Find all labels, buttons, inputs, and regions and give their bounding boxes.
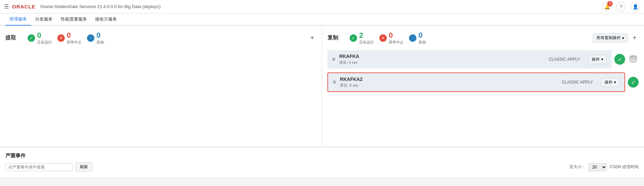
rkafka2-type: CLASSIC APPLY: [562, 80, 593, 85]
extract-error-label: 异常中止: [67, 40, 82, 45]
replication-error-label: 异常中止: [389, 40, 404, 45]
extract-status-error: ✕ 0 异常中止: [57, 31, 82, 45]
top-bar-left: ☰ ORACLE Oracle GoldenGate Services 21.4…: [4, 3, 160, 10]
replication-other-label: 其他: [418, 40, 426, 45]
oracle-logo: ORACLE: [12, 4, 35, 9]
rkafka-card: ≡ RKAFKA 滞后: 4 sec CLASSIC APPLY 操作 ▾: [327, 50, 612, 68]
extract-running-icon: ✓: [28, 34, 35, 42]
rkafka-name: RKAFKA: [339, 54, 541, 59]
events-title: 严重事件: [5, 153, 639, 159]
extract-error-count: 0: [67, 31, 82, 40]
extract-other-count: 0: [96, 31, 104, 40]
notification-badge: 3: [607, 1, 613, 6]
rkafka-operations-label: 操作: [592, 57, 600, 62]
replication-error-icon: ✕: [379, 34, 387, 42]
all-operations-button[interactable]: 所有复制操作 ▾: [593, 33, 628, 42]
rkafka2-operations-button[interactable]: 操作 ▾: [601, 78, 620, 87]
nav-item-manage[interactable]: 管理服务: [5, 13, 31, 26]
rkafka2-name: RKAFKA2: [340, 76, 554, 82]
replication-status-other: ··· 0 其他: [409, 31, 426, 45]
replication-header: 复制 ✓ 2 正在运行 ✕ 0 异常中止: [327, 31, 639, 45]
replication-error-cross: ✕: [381, 36, 385, 40]
rkafka2-subtitle: 滞后: 0 sec: [340, 83, 554, 88]
rkafka-menu-icon[interactable]: ≡: [332, 56, 335, 62]
extract-error-icon: ✕: [57, 34, 65, 42]
rkafka-status-check: ✓: [618, 56, 622, 63]
extract-add-button[interactable]: +: [308, 34, 316, 42]
hamburger-icon[interactable]: ☰: [4, 3, 9, 10]
extract-other-label: 其他: [96, 40, 104, 45]
bell-icon[interactable]: 🔔 3: [602, 2, 612, 11]
extract-status-other: ··· 0 其他: [87, 31, 104, 45]
extract-running-check: ✓: [30, 36, 33, 40]
extract-section: 提取 ✓ 0 正在运行 ✕ 0 异常中止: [0, 26, 322, 147]
refresh-button[interactable]: 刷新: [76, 162, 92, 172]
extract-title: 提取: [5, 34, 22, 41]
rkafka-operations-chevron: ▾: [601, 57, 603, 62]
events-controls: 刷新 页大小： 20 50 100 CSDN @货时间: [5, 162, 639, 172]
replication-running-count: 2: [359, 31, 374, 40]
replication-controls: 所有复制操作 ▾ +: [593, 33, 639, 42]
replication-running-icon: ✓: [350, 34, 357, 42]
nav-item-performance[interactable]: 性能度量服务: [57, 13, 91, 26]
all-operations-label: 所有复制操作: [596, 35, 621, 41]
rkafka-subtitle: 滞后: 4 sec: [339, 60, 541, 65]
sections-row: 提取 ✓ 0 正在运行 ✕ 0 异常中止: [0, 26, 644, 147]
rkafka2-info: RKAFKA2 滞后: 0 sec: [340, 76, 554, 88]
rkafka2-operations-label: 操作: [605, 80, 613, 85]
nav-item-receiver[interactable]: 接收方服务: [91, 13, 121, 26]
extract-other-dots: ···: [90, 36, 92, 39]
csdn-label: CSDN @货时间: [610, 164, 639, 170]
extract-running-count: 0: [37, 31, 52, 40]
page-size-label: 页大小：: [569, 164, 586, 170]
replication-title: 复制: [327, 34, 344, 41]
top-bar: ☰ ORACLE Oracle GoldenGate Services 21.4…: [0, 0, 644, 13]
replication-card-row-1: ≡ RKAFKA 滞后: 4 sec CLASSIC APPLY 操作 ▾ ✓: [327, 50, 639, 68]
rkafka2-operations-chevron: ▾: [614, 80, 616, 85]
replication-other-icon: ···: [409, 34, 416, 42]
page-size-select[interactable]: 20 50 100: [588, 163, 607, 171]
replication-running-check: ✓: [352, 36, 355, 40]
top-bar-right: 🔔 3 ? 👤: [602, 2, 640, 11]
app-title: Oracle GoldenGate Services 21.4.0.0.0 fo…: [40, 4, 160, 9]
help-icon[interactable]: ?: [616, 2, 626, 11]
events-right: 页大小： 20 50 100 CSDN @货时间: [569, 163, 639, 171]
replication-other-dots: ···: [412, 36, 414, 39]
rkafka-info: RKAFKA 滞后: 4 sec: [339, 54, 541, 65]
rkafka-db-icon: [628, 54, 639, 65]
all-operations-chevron: ▾: [622, 36, 624, 40]
user-icon[interactable]: 👤: [631, 2, 640, 11]
replication-other-count: 0: [418, 31, 426, 40]
rkafka2-status-circle: ✓: [628, 77, 639, 88]
replication-status-error: ✕ 0 异常中止: [379, 31, 404, 45]
extract-other-icon: ···: [87, 34, 94, 42]
rkafka-operations-button[interactable]: 操作 ▾: [588, 55, 607, 64]
replication-status-running: ✓ 2 正在运行: [350, 31, 374, 45]
replication-error-count: 0: [389, 31, 404, 40]
rkafka-status-circle: ✓: [614, 54, 625, 65]
nav-bar: 管理服务 分发服务 性能度量服务 接收方服务: [0, 13, 644, 26]
events-section: 严重事件 刷新 页大小： 20 50 100 CSDN @货时间: [0, 147, 644, 177]
rkafka2-menu-icon[interactable]: ≡: [333, 79, 336, 85]
replication-card-row-2: ≡ RKAFKA2 滞后: 0 sec CLASSIC APPLY 操作 ▾ ✓: [327, 72, 639, 92]
replication-section: 复制 ✓ 2 正在运行 ✕ 0 异常中止: [322, 26, 644, 147]
nav-item-distribute[interactable]: 分发服务: [31, 13, 57, 26]
main-content: 提取 ✓ 0 正在运行 ✕ 0 异常中止: [0, 26, 644, 177]
extract-header: 提取 ✓ 0 正在运行 ✕ 0 异常中止: [5, 31, 316, 45]
rkafka2-status-check: ✓: [631, 79, 636, 86]
replication-add-button[interactable]: +: [631, 34, 639, 42]
extract-error-cross: ✕: [59, 36, 63, 40]
extract-running-label: 正在运行: [37, 40, 52, 45]
events-search-input[interactable]: [5, 163, 73, 171]
rkafka2-card: ≡ RKAFKA2 滞后: 0 sec CLASSIC APPLY 操作 ▾: [327, 72, 625, 92]
replication-running-label: 正在运行: [359, 40, 374, 45]
extract-status-running: ✓ 0 正在运行: [28, 31, 52, 45]
rkafka-type: CLASSIC APPLY: [549, 57, 580, 62]
